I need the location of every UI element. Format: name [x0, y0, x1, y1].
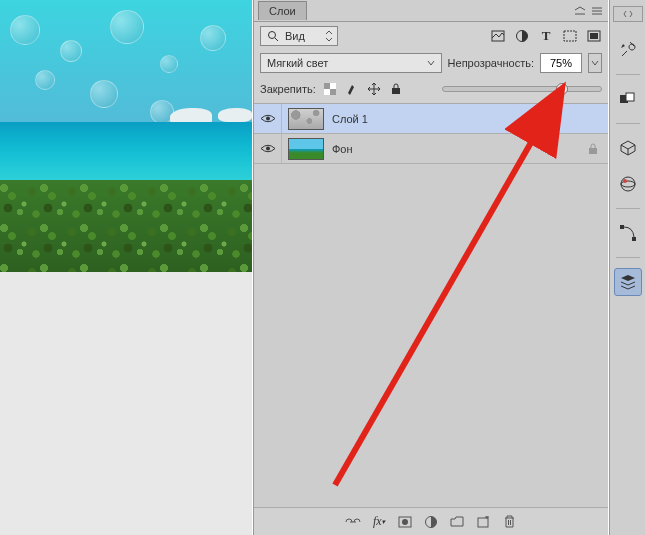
lock-row: Закрепить:	[254, 79, 608, 104]
layers-tab[interactable]: Слои	[258, 1, 307, 20]
sphere-3d-icon[interactable]	[614, 170, 642, 198]
opacity-label: Непрозрачность:	[448, 57, 534, 69]
lock-all-icon[interactable]	[388, 81, 404, 97]
blend-row: Мягкий свет Непрозрачность:	[254, 50, 608, 79]
svg-rect-4	[564, 31, 576, 41]
blend-mode-select[interactable]: Мягкий свет	[260, 53, 442, 73]
panel-footer: fx▾	[254, 507, 608, 535]
shape-filter-icon[interactable]	[562, 28, 578, 44]
mask-icon[interactable]	[397, 514, 413, 530]
opacity-slider[interactable]	[442, 86, 602, 92]
svg-rect-25	[632, 237, 636, 241]
opacity-dropdown-button[interactable]	[588, 53, 602, 73]
link-layers-icon[interactable]	[345, 514, 361, 530]
canvas-image[interactable]	[0, 0, 252, 272]
blend-mode-value: Мягкий свет	[267, 57, 328, 69]
lock-icon	[588, 143, 598, 155]
group-icon[interactable]	[449, 514, 465, 530]
opacity-input[interactable]	[540, 53, 582, 73]
adjust-filter-icon[interactable]	[514, 28, 530, 44]
fx-icon[interactable]: fx▾	[371, 514, 387, 530]
svg-point-0	[269, 32, 276, 39]
smart-filter-icon[interactable]	[586, 28, 602, 44]
svg-rect-8	[330, 89, 336, 95]
canvas-area	[0, 0, 252, 535]
cube-3d-icon[interactable]	[614, 134, 642, 162]
lock-transparency-icon[interactable]	[322, 81, 338, 97]
svg-rect-10	[324, 89, 330, 95]
svg-point-22	[621, 181, 635, 187]
type-filter-icon[interactable]: T	[538, 28, 554, 44]
right-toolbar	[609, 0, 645, 535]
path-anchor-icon[interactable]	[614, 219, 642, 247]
svg-rect-7	[324, 83, 330, 89]
svg-rect-18	[478, 518, 488, 527]
svg-point-13	[266, 147, 270, 151]
layer-row[interactable]: Фон	[254, 134, 608, 164]
expand-toolbar-icon[interactable]	[613, 6, 643, 22]
chevron-updown-icon	[325, 30, 333, 42]
layer-name[interactable]: Слой 1	[332, 113, 368, 125]
layer-row[interactable]: Слой 1	[254, 104, 608, 134]
svg-rect-6	[590, 33, 598, 39]
image-filter-icon[interactable]	[490, 28, 506, 44]
svg-rect-24	[620, 225, 624, 229]
slider-thumb[interactable]	[556, 83, 568, 95]
tools-icon[interactable]	[614, 36, 642, 64]
color-swatches-icon[interactable]	[614, 85, 642, 113]
lock-paint-icon[interactable]	[344, 81, 360, 97]
layer-thumbnail[interactable]	[288, 138, 324, 160]
visibility-toggle[interactable]	[254, 134, 282, 163]
layers-panel: Слои Вид T Мягкий свет Непрозрачность: З	[253, 0, 608, 535]
svg-rect-14	[589, 148, 597, 154]
layers-list: Слой 1 Фон	[254, 104, 608, 507]
visibility-toggle[interactable]	[254, 104, 282, 133]
svg-point-23	[623, 179, 627, 183]
filter-label: Вид	[285, 30, 305, 42]
fill-adjust-icon[interactable]	[423, 514, 439, 530]
layers-stack-icon[interactable]	[614, 268, 642, 296]
chevron-down-icon	[427, 60, 435, 66]
lock-label: Закрепить:	[260, 83, 316, 95]
svg-rect-11	[392, 88, 400, 94]
eye-icon	[260, 113, 276, 124]
svg-point-12	[266, 117, 270, 121]
trash-icon[interactable]	[501, 514, 517, 530]
svg-line-1	[275, 38, 278, 41]
filter-row: Вид T	[254, 22, 608, 50]
layer-thumbnail[interactable]	[288, 108, 324, 130]
svg-rect-20	[626, 93, 634, 101]
search-icon	[265, 28, 281, 44]
layer-name[interactable]: Фон	[332, 143, 353, 155]
svg-point-16	[402, 519, 408, 525]
svg-point-21	[621, 177, 635, 191]
panel-menu-icon[interactable]	[590, 4, 604, 18]
svg-rect-9	[330, 83, 336, 89]
collapse-icon[interactable]	[573, 4, 587, 18]
eye-icon	[260, 143, 276, 154]
panel-tab-bar: Слои	[254, 0, 608, 22]
filter-select[interactable]: Вид	[260, 26, 338, 46]
new-layer-icon[interactable]	[475, 514, 491, 530]
lock-position-icon[interactable]	[366, 81, 382, 97]
